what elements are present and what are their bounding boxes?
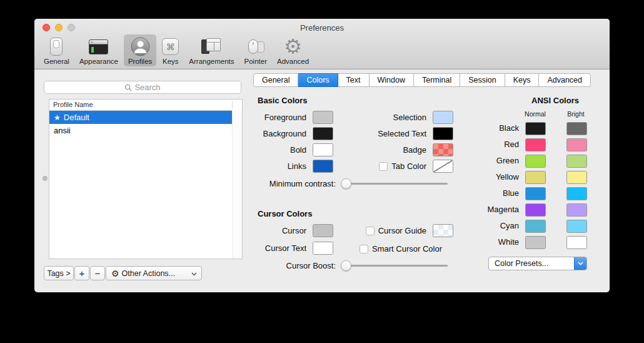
ansi-row-green: Green [460, 155, 610, 168]
cursor-boost-row: Cursor Boost: [258, 259, 448, 272]
tab-session[interactable]: Session [460, 73, 505, 87]
tab-keys[interactable]: Keys [505, 73, 540, 87]
other-actions-menu[interactable]: ⚙ Other Actions... [106, 266, 202, 280]
chevron-down-icon [574, 257, 586, 270]
toolbar-item-advanced[interactable]: ⚙ Advanced [273, 34, 313, 66]
ansi-row-cyan: Cyan [460, 220, 610, 233]
dark-window-icon: × [89, 36, 108, 57]
command-key-icon: ⌘ [162, 36, 179, 57]
screen: Preferences General × Appearance [0, 0, 644, 343]
cursor-colors-title: Cursor Colors [258, 209, 312, 218]
ansi-cyan-bright-well[interactable] [566, 220, 587, 233]
toolbar-item-arrangements[interactable]: Arrangements [184, 34, 238, 66]
profile-list-scrollbar [232, 110, 242, 259]
smart-cursor-checkbox[interactable] [360, 245, 368, 253]
window-chrome: Preferences General × Appearance [34, 19, 610, 69]
ansi-row-magenta: Magenta [460, 203, 610, 217]
toolbar-item-keys[interactable]: ⌘ Keys [158, 34, 183, 66]
ansi-blue-bright-well[interactable] [566, 187, 587, 200]
ansi-red-normal-well[interactable] [525, 138, 546, 151]
ansi-yellow-normal-well[interactable] [525, 171, 546, 184]
ansi-magenta-bright-well[interactable] [566, 203, 587, 217]
tab-color-well[interactable] [433, 160, 453, 173]
ansi-normal-header: Normal [513, 110, 557, 118]
ansi-black-bright-well[interactable] [566, 122, 587, 135]
selection-row: Selection [322, 111, 453, 124]
selection-color-well[interactable] [433, 111, 453, 124]
toolbar-item-appearance[interactable]: × Appearance [75, 34, 123, 66]
profile-list-header: Profile Name [49, 100, 242, 111]
ansi-magenta-normal-well[interactable] [525, 203, 546, 217]
ansi-row-white: White [460, 236, 610, 249]
ansi-cyan-normal-well[interactable] [525, 220, 546, 233]
person-icon [131, 36, 150, 57]
mouse-icon [246, 36, 265, 57]
windows-icon [201, 36, 221, 57]
preferences-toolbar: General × Appearance [39, 34, 314, 66]
profile-row-ansii[interactable]: ansii [49, 124, 232, 137]
color-presets-dropdown[interactable]: Color Presets... [488, 257, 587, 270]
tags-button[interactable]: Tags > [44, 266, 74, 280]
tab-advanced[interactable]: Advanced [539, 73, 591, 87]
search-icon [124, 84, 132, 91]
splitter-handle[interactable] [43, 176, 48, 181]
tab-color-row: Tab Color [322, 160, 453, 173]
window-title: Preferences [34, 23, 610, 33]
ansi-blue-normal-well[interactable] [525, 187, 546, 200]
toolbar-item-pointer[interactable]: Pointer [240, 34, 271, 66]
ansi-colors-title: ANSI Colors [508, 96, 602, 105]
remove-profile-button[interactable]: − [90, 266, 105, 280]
preferences-window: Preferences General × Appearance [34, 19, 610, 292]
chevron-down-icon [191, 269, 197, 278]
toolbar-item-general[interactable]: General [39, 34, 74, 66]
ansi-red-bright-well[interactable] [566, 138, 587, 151]
cursor-guide-checkbox[interactable] [366, 227, 375, 235]
search-placeholder: Search [134, 83, 160, 92]
toolbar-item-profiles[interactable]: Profiles [124, 34, 156, 66]
slider-knob[interactable] [341, 178, 351, 189]
ansi-green-normal-well[interactable] [525, 155, 546, 168]
selected-text-color-well[interactable] [433, 127, 453, 140]
toggle-switch-icon [50, 36, 63, 57]
ansi-row-blue: Blue [460, 187, 610, 200]
ansi-white-bright-well[interactable] [566, 236, 587, 249]
basic-colors-title: Basic Colors [258, 96, 307, 105]
tab-terminal[interactable]: Terminal [414, 73, 460, 87]
tab-colors[interactable]: Colors [298, 73, 338, 87]
profile-tabs: General Colors Text Window Terminal Sess… [253, 73, 591, 87]
profile-row-default[interactable]: ★Default [49, 111, 232, 124]
badge-color-well[interactable] [433, 143, 453, 156]
ansi-bright-header: Bright [554, 110, 598, 118]
ansi-row-black: Black [460, 122, 610, 135]
search-input[interactable]: Search [44, 81, 241, 94]
ansi-row-red: Red [460, 138, 610, 151]
cursor-guide-row: Cursor Guide [322, 224, 453, 237]
slider-knob[interactable] [341, 260, 351, 271]
ansi-black-normal-well[interactable] [525, 122, 546, 135]
gear-icon: ⚙ [284, 36, 303, 57]
default-star-icon: ★ [54, 113, 61, 122]
ansi-yellow-bright-well[interactable] [566, 171, 587, 184]
ansi-white-normal-well[interactable] [525, 236, 546, 249]
ansi-green-bright-well[interactable] [566, 155, 587, 168]
minimum-contrast-slider[interactable] [341, 178, 448, 189]
tab-text[interactable]: Text [338, 73, 370, 87]
cursor-guide-color-well[interactable] [433, 224, 453, 237]
ansi-row-yellow: Yellow [460, 171, 610, 184]
tab-window[interactable]: Window [370, 73, 414, 87]
tab-color-checkbox[interactable] [379, 162, 388, 171]
badge-row: Badge [322, 143, 453, 156]
cursor-text-color-well[interactable] [313, 242, 333, 255]
minimum-contrast-row: Minimum contrast: [258, 177, 448, 190]
selected-text-row: Selected Text [322, 127, 453, 140]
profile-list: Profile Name ★Default ansii [49, 99, 243, 259]
add-profile-button[interactable]: + [74, 266, 89, 280]
tab-general[interactable]: General [253, 73, 298, 87]
cursor-boost-slider[interactable] [341, 260, 448, 271]
smart-cursor-row: Smart Cursor Color [360, 242, 442, 255]
gear-icon: ⚙ [111, 269, 119, 279]
